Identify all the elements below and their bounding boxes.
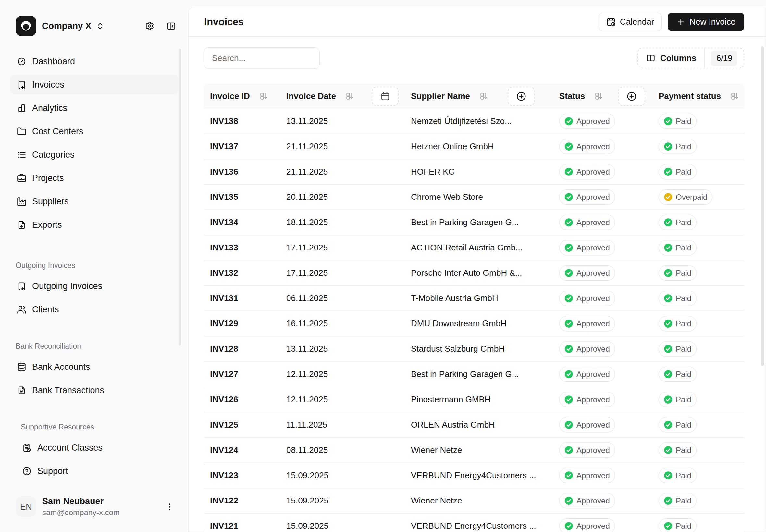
table-row[interactable]: INV123 15.09.2025 VERBUND Energy4Custome… (204, 463, 744, 488)
table-row[interactable]: INV137 21.11.2025 Hetzner Online GmbH Ap… (204, 134, 744, 159)
collapse-sidebar-button[interactable] (166, 21, 176, 31)
cell-invoice-date: 13.11.2025 (280, 109, 365, 134)
invoice-out-icon (17, 282, 26, 291)
payment-status-badge: Paid (659, 139, 697, 154)
cell-supplier-name: Stardust Salzburg GmbH (405, 336, 494, 361)
calendar-button[interactable]: Calendar (599, 13, 662, 31)
table-row[interactable]: INV134 18.11.2025 Best in Parking Garage… (204, 210, 744, 235)
settings-button[interactable] (144, 21, 155, 31)
sidebar-item-categories[interactable]: Categories (10, 145, 178, 164)
check-circle-icon (664, 446, 673, 454)
cell-supplier-name: Nemzeti Útdíjfizetési Szo... (405, 109, 494, 134)
calendar-clock-icon (606, 17, 616, 27)
columns-button[interactable]: Columns 6/19 (638, 48, 744, 68)
sort-icon[interactable] (260, 92, 268, 100)
payment-status-badge: Paid (659, 316, 697, 331)
cell-invoice-date: 15.09.2025 (280, 514, 365, 532)
table-row[interactable]: INV125 11.11.2025 ORLEN Austria GmbH App… (204, 412, 744, 438)
sidebar-item-support[interactable]: Support (10, 461, 178, 481)
check-circle-icon (664, 117, 673, 126)
user-menu-button[interactable] (164, 502, 175, 512)
sort-icon[interactable] (731, 92, 739, 100)
search-input[interactable] (204, 47, 320, 69)
payment-status-badge: Paid (659, 468, 697, 483)
table-row[interactable]: INV129 16.11.2025 DMU Downstream GmbH Ap… (204, 311, 744, 336)
table-row[interactable]: INV131 06.11.2025 T-Mobile Austria GmbH … (204, 286, 744, 311)
new-invoice-button[interactable]: New Invoice (668, 13, 744, 31)
payment-status-badge: Paid (659, 442, 697, 458)
status-badge: Approved (559, 442, 615, 458)
table-row[interactable]: INV127 12.11.2025 Best in Parking Garage… (204, 362, 744, 387)
table-row[interactable]: INV124 08.11.2025 Wiener Netze Approved … (204, 438, 744, 463)
add-column-button[interactable] (508, 87, 535, 106)
table-row[interactable]: INV133 17.11.2025 ACTION Retail Austria … (204, 235, 744, 260)
cell-invoice-date: 16.11.2025 (280, 311, 365, 336)
status-badge: Approved (559, 341, 615, 357)
sidebar-item-projects[interactable]: Projects (10, 168, 178, 188)
status-badge: Approved (559, 164, 615, 179)
add-column-button[interactable] (618, 87, 645, 106)
check-circle-icon (664, 167, 673, 176)
sidebar-item-clients[interactable]: Clients (10, 300, 178, 319)
workspace-switcher-button[interactable] (95, 21, 105, 31)
table-row[interactable]: INV136 21.11.2025 HOFER KG Approved Paid (204, 159, 744, 185)
status-badge: Approved (559, 367, 615, 382)
table-row[interactable]: INV138 13.11.2025 Nemzeti Útdíjfizetési … (204, 109, 744, 134)
cell-invoice-id: INV127 (204, 362, 280, 387)
status-badge: Approved (559, 468, 615, 483)
table-row[interactable]: INV126 12.11.2025 Pinostermann GMBH Appr… (204, 387, 744, 412)
cell-invoice-id: INV126 (204, 387, 280, 412)
check-circle-icon (664, 345, 673, 353)
sidebar-item-bank-accounts[interactable]: Bank Accounts (10, 357, 178, 377)
file-receipt-icon (17, 386, 26, 395)
table-row[interactable]: INV128 13.11.2025 Stardust Salzburg GmbH… (204, 336, 744, 362)
payment-status-badge: Paid (659, 493, 697, 508)
payment-status-badge: Paid (659, 240, 697, 255)
table-row[interactable]: INV135 20.11.2025 Chrome Web Store Appro… (204, 185, 744, 210)
date-filter-button[interactable] (371, 87, 399, 106)
sidebar-item-bank-transactions[interactable]: Bank Transactions (10, 381, 178, 400)
cell-invoice-id: INV138 (204, 109, 280, 134)
table-row[interactable]: INV122 15.09.2025 Wiener Netze Approved … (204, 488, 744, 514)
sidebar-sections: Outgoing Invoices Outgoing Invoices Clie… (0, 238, 188, 485)
status-badge: Approved (559, 240, 615, 255)
user-email: sam@company-x.com (42, 508, 120, 517)
table-row[interactable]: INV132 17.11.2025 Porsche Inter Auto Gmb… (204, 260, 744, 286)
status-badge: Approved (559, 291, 615, 306)
sidebar-item-outgoing-invoices[interactable]: Outgoing Invoices (10, 276, 178, 296)
cell-invoice-id: INV121 (204, 514, 280, 532)
cell-supplier-name: DMU Downstream GmbH (405, 311, 494, 336)
user-name: Sam Neubauer (42, 496, 120, 506)
sidebar-item-exports[interactable]: Exports (10, 215, 178, 235)
sidebar-item-suppliers[interactable]: Suppliers (10, 192, 178, 211)
cell-invoice-date: 13.11.2025 (280, 336, 365, 361)
page-header: Invoices Calendar New Invoice (188, 7, 766, 37)
sidebar-item-invoices[interactable]: Invoices (10, 75, 178, 94)
sidebar-item-account-classes[interactable]: Account Classes (10, 438, 178, 457)
sidebar-scrollbar[interactable] (178, 49, 181, 345)
sort-icon[interactable] (480, 92, 488, 100)
sort-icon[interactable] (346, 92, 354, 100)
sort-icon[interactable] (595, 92, 603, 100)
table-row[interactable]: INV121 15.09.2025 VERBUND Energy4Custome… (204, 514, 744, 532)
sidebar-item-dashboard[interactable]: Dashboard (10, 52, 178, 71)
user-profile[interactable]: EN Sam Neubauer sam@company-x.com (0, 496, 188, 517)
check-circle-icon (565, 471, 573, 480)
cell-invoice-date: 17.11.2025 (280, 260, 365, 285)
status-badge: Approved (559, 417, 615, 432)
cell-supplier-name: Best in Parking Garagen G... (405, 362, 494, 387)
sidebar-item-analytics[interactable]: Analytics (10, 98, 178, 118)
table-scrollbar[interactable] (761, 46, 764, 366)
sidebar-section-supportive-resources: Supportive Resources Account Classes Sup… (0, 423, 188, 481)
sidebar-section-heading: Supportive Resources (21, 423, 173, 431)
main-panel: Invoices Calendar New Invoice Columns 6/… (188, 7, 766, 532)
cell-invoice-id: INV124 (204, 438, 280, 463)
plus-circle-icon (517, 91, 526, 101)
cell-invoice-date: 15.09.2025 (280, 463, 365, 488)
cell-invoice-id: INV131 (204, 286, 280, 311)
sidebar-item-cost-centers[interactable]: Cost Centers (10, 122, 178, 141)
cell-supplier-name: ORLEN Austria GmbH (405, 412, 494, 437)
cell-supplier-name: T-Mobile Austria GmbH (405, 286, 494, 311)
column-header-supplier-name: Supplier Name (411, 91, 470, 101)
cell-invoice-id: INV134 (204, 210, 280, 235)
